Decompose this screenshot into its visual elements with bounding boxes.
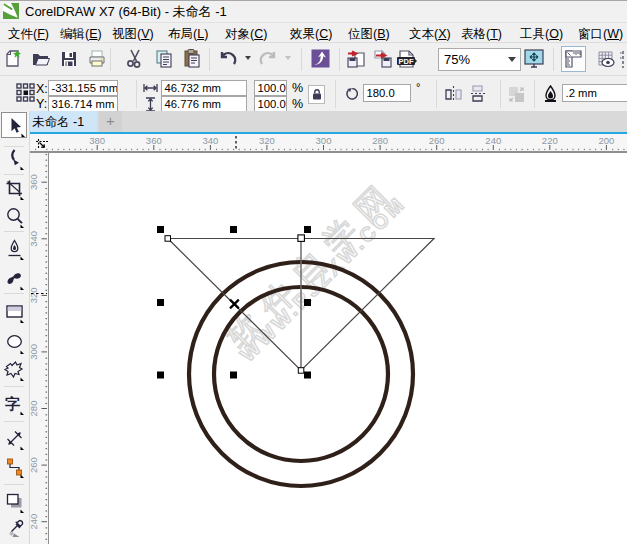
svg-text:240: 240 [485,135,501,146]
svg-text:320: 320 [259,135,275,146]
svg-text:PDF: PDF [399,57,414,66]
svg-text:360: 360 [146,135,162,146]
svg-text:360: 360 [30,174,39,190]
svg-text:320: 320 [30,287,39,303]
svg-text:220: 220 [542,135,558,146]
svg-text:300: 300 [30,344,39,360]
svg-text:200: 200 [598,135,614,146]
svg-text:260: 260 [429,135,445,146]
svg-text:260: 260 [30,457,39,473]
svg-text:300: 300 [316,135,332,146]
svg-text:340: 340 [30,231,39,247]
svg-text:280: 280 [372,135,388,146]
svg-text:280: 280 [30,401,39,417]
svg-text:340: 340 [202,135,218,146]
svg-text:240: 240 [30,514,39,530]
svg-text:380: 380 [89,135,105,146]
